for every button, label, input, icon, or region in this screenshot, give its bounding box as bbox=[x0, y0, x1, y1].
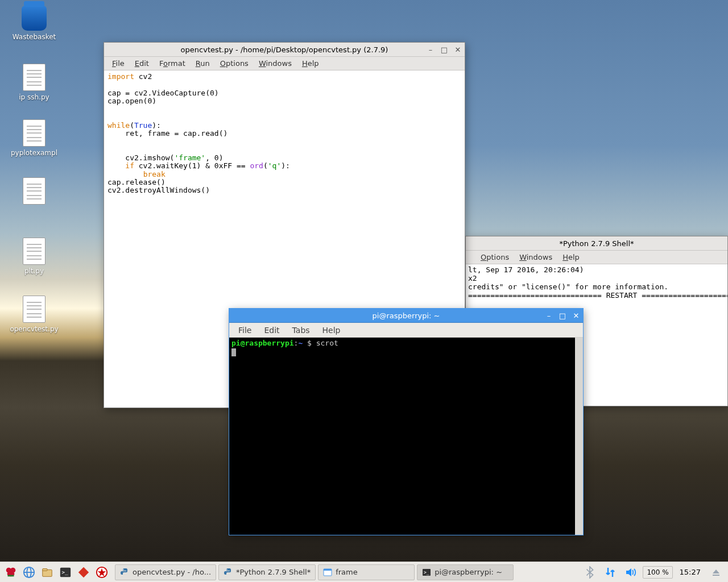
menubar: Options Windows Help bbox=[466, 251, 727, 264]
desktop-icon-ip-ssh[interactable]: ip ssh.py bbox=[6, 64, 63, 101]
icon-label: ip ssh.py bbox=[6, 93, 63, 101]
file-icon bbox=[23, 119, 46, 147]
volume-icon[interactable] bbox=[622, 564, 639, 581]
icon-label: plt.py bbox=[6, 267, 63, 275]
menu-help[interactable]: Help bbox=[317, 325, 346, 336]
minimize-button[interactable]: – bbox=[544, 311, 553, 321]
terminal-launcher[interactable]: >_ bbox=[57, 564, 74, 581]
menu-help[interactable]: Help bbox=[297, 58, 324, 69]
menubar: File Edit Tabs Help bbox=[229, 323, 583, 338]
window-title: opencvtest.py - /home/pi/Desktop/opencvt… bbox=[181, 45, 388, 54]
desktop-icon-wastebasket[interactable]: Wastebasket bbox=[6, 6, 63, 41]
python-icon bbox=[120, 568, 129, 577]
maximize-button[interactable]: □ bbox=[558, 311, 567, 321]
python-icon bbox=[224, 568, 233, 577]
close-button[interactable]: ✕ bbox=[453, 45, 462, 55]
file-icon bbox=[23, 64, 46, 91]
svg-text:>_: >_ bbox=[62, 568, 69, 575]
menu-edit[interactable]: Edit bbox=[258, 325, 285, 336]
window-title: *Python 2.7.9 Shell* bbox=[559, 239, 634, 248]
mathematica-launcher[interactable] bbox=[75, 564, 92, 581]
file-icon bbox=[23, 238, 46, 265]
menu-edit[interactable]: Edit bbox=[130, 58, 154, 69]
taskbar: >_ opencvtest.py - /ho... *Python 2.7.9 … bbox=[0, 562, 728, 582]
menu-windows[interactable]: Windows bbox=[515, 252, 557, 263]
task-terminal[interactable]: >_ pi@raspberrypi: ~ bbox=[417, 564, 514, 580]
desktop-icon-pyplotexample[interactable]: pyplotexampl bbox=[6, 119, 63, 157]
svg-point-14 bbox=[123, 569, 124, 570]
clock[interactable]: 15:27 bbox=[676, 568, 704, 576]
svg-text:>_: >_ bbox=[424, 570, 429, 575]
window-title: pi@raspberrypi: ~ bbox=[373, 311, 440, 320]
task-label: frame bbox=[336, 568, 358, 576]
maximize-button[interactable]: □ bbox=[440, 45, 449, 55]
system-tray: 100 % 15:27 bbox=[578, 564, 728, 581]
titlebar[interactable]: *Python 2.7.9 Shell* bbox=[466, 236, 727, 251]
cursor-icon bbox=[231, 348, 236, 356]
task-python-shell[interactable]: *Python 2.7.9 Shell* bbox=[218, 564, 316, 580]
svg-marker-11 bbox=[78, 567, 89, 577]
menubar: File Edit Format Run Options Windows Hel… bbox=[104, 57, 465, 70]
filemanager-launcher[interactable] bbox=[39, 564, 56, 581]
menu-run[interactable]: Run bbox=[191, 58, 214, 69]
svg-rect-21 bbox=[713, 575, 719, 576]
file-icon bbox=[23, 177, 46, 205]
task-buttons: opencvtest.py - /ho... *Python 2.7.9 She… bbox=[113, 564, 578, 580]
window-icon bbox=[323, 568, 332, 577]
svg-rect-3 bbox=[8, 575, 14, 576]
titlebar[interactable]: opencvtest.py - /home/pi/Desktop/opencvt… bbox=[104, 43, 465, 57]
terminal-output[interactable]: pi@raspberrypi:~ $ scrot bbox=[229, 338, 575, 535]
task-opencvtest[interactable]: opencvtest.py - /ho... bbox=[115, 564, 216, 580]
menu-file[interactable]: File bbox=[233, 325, 257, 336]
task-label: opencvtest.py - /ho... bbox=[133, 568, 211, 576]
battery-indicator[interactable]: 100 % bbox=[643, 566, 672, 579]
terminal-icon: >_ bbox=[422, 568, 431, 577]
icon-label: opencvtest.py bbox=[6, 325, 63, 333]
svg-point-15 bbox=[226, 569, 228, 570]
menu-tabs[interactable]: Tabs bbox=[287, 325, 316, 336]
menu-file[interactable]: File bbox=[107, 58, 129, 69]
bluetooth-icon[interactable] bbox=[581, 564, 598, 581]
titlebar[interactable]: pi@raspberrypi: ~ – □ ✕ bbox=[229, 309, 583, 323]
eject-icon[interactable] bbox=[708, 564, 725, 581]
svg-rect-8 bbox=[43, 568, 47, 571]
window-terminal[interactable]: pi@raspberrypi: ~ – □ ✕ File Edit Tabs H… bbox=[229, 308, 584, 535]
desktop-icon-plt[interactable]: plt.py bbox=[6, 238, 63, 275]
svg-rect-17 bbox=[324, 569, 332, 571]
minimize-button[interactable]: – bbox=[426, 45, 435, 55]
menu-windows[interactable]: Windows bbox=[254, 58, 296, 69]
scrollbar[interactable] bbox=[575, 338, 583, 535]
menu-button[interactable] bbox=[2, 564, 19, 581]
task-label: *Python 2.7.9 Shell* bbox=[236, 568, 311, 576]
desktop-icon-unknown[interactable] bbox=[6, 177, 63, 207]
menu-format[interactable]: Format bbox=[155, 58, 190, 69]
task-frame[interactable]: frame bbox=[318, 564, 415, 580]
desktop-icon-opencvtest[interactable]: opencvtest.py bbox=[6, 296, 63, 333]
file-icon bbox=[23, 296, 46, 323]
close-button[interactable]: ✕ bbox=[572, 311, 581, 321]
wolfram-launcher[interactable] bbox=[93, 564, 110, 581]
launchers: >_ bbox=[0, 564, 113, 581]
menu-options[interactable]: Options bbox=[216, 58, 253, 69]
trash-icon bbox=[22, 6, 47, 31]
task-label: pi@raspberrypi: ~ bbox=[435, 568, 502, 576]
network-icon[interactable] bbox=[602, 564, 619, 581]
menu-help[interactable]: Help bbox=[558, 252, 584, 263]
icon-label: Wastebasket bbox=[6, 33, 63, 41]
menu-options[interactable]: Options bbox=[476, 252, 514, 263]
icon-label: pyplotexampl bbox=[6, 149, 63, 157]
svg-marker-20 bbox=[713, 569, 719, 573]
browser-launcher[interactable] bbox=[20, 564, 38, 581]
